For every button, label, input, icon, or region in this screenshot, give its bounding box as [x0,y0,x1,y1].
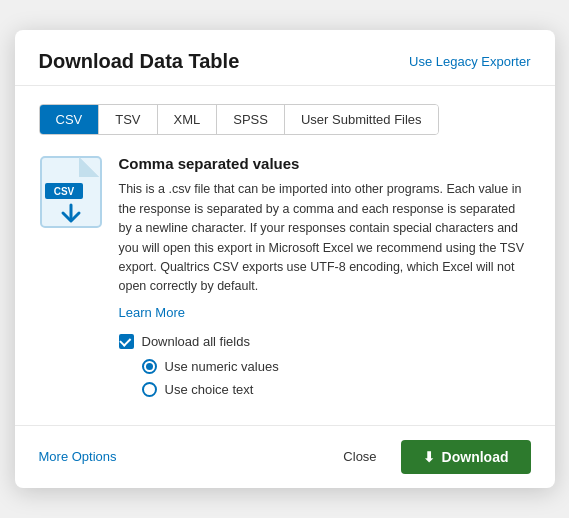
download-icon: ⬇ [423,449,435,465]
format-description: This is a .csv file that can be imported… [119,180,531,296]
choice-text-radio[interactable] [142,382,157,397]
modal-title: Download Data Table [39,50,240,73]
learn-more-link[interactable]: Learn More [119,305,185,320]
more-options-link[interactable]: More Options [39,449,117,464]
choice-text-row: Use choice text [142,382,531,397]
modal-body: CSV TSV XML SPSS User Submitted Files CS… [15,86,555,420]
download-all-fields-checkbox[interactable] [119,334,134,349]
tab-csv[interactable]: CSV [40,105,100,134]
numeric-values-label: Use numeric values [165,359,279,374]
description-area: Comma separated values This is a .csv fi… [119,155,531,404]
format-tabs: CSV TSV XML SPSS User Submitted Files [39,104,439,135]
download-button[interactable]: ⬇ Download [401,440,531,474]
modal-header: Download Data Table Use Legacy Exporter [15,30,555,86]
footer-actions: Close ⬇ Download [331,440,530,474]
download-button-label: Download [442,449,509,465]
tab-user-submitted[interactable]: User Submitted Files [285,105,438,134]
radio-group: Use numeric values Use choice text [142,359,531,397]
tab-spss[interactable]: SPSS [217,105,285,134]
format-title: Comma separated values [119,155,531,172]
close-button[interactable]: Close [331,441,388,472]
csv-file-icon: CSV [39,155,103,229]
numeric-values-radio[interactable] [142,359,157,374]
legacy-exporter-link[interactable]: Use Legacy Exporter [409,54,530,69]
content-area: CSV Comma separated values This is a .cs… [39,155,531,404]
download-all-fields-label: Download all fields [142,334,250,349]
tab-tsv[interactable]: TSV [99,105,157,134]
choice-text-label: Use choice text [165,382,254,397]
download-all-fields-row: Download all fields [119,334,531,349]
svg-text:CSV: CSV [53,186,74,197]
tab-xml[interactable]: XML [158,105,218,134]
numeric-values-row: Use numeric values [142,359,531,374]
modal-footer: More Options Close ⬇ Download [15,425,555,488]
download-modal: Download Data Table Use Legacy Exporter … [15,30,555,487]
